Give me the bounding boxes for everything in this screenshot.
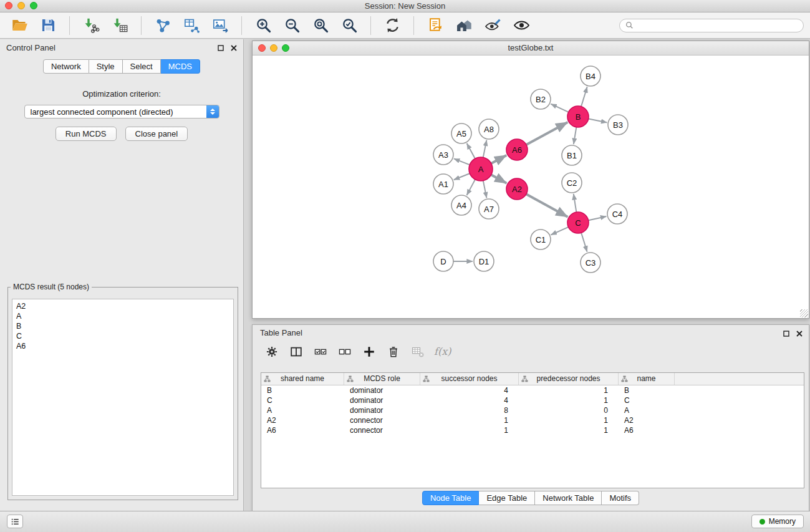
edge-A6-B[interactable]	[526, 122, 567, 145]
zoom-window-button[interactable]	[30, 2, 37, 9]
delete-column-button[interactable]	[385, 344, 402, 359]
home-view-button[interactable]	[451, 15, 477, 36]
column-layout-button[interactable]	[288, 344, 304, 359]
zoom-fit-button[interactable]	[307, 15, 334, 36]
node-D1[interactable]: D1	[474, 251, 494, 271]
edge-A-A1[interactable]	[454, 173, 471, 180]
network-close-button[interactable]	[258, 44, 266, 52]
tab-edge-table[interactable]: Edge Table	[479, 491, 535, 505]
edge-A-A6[interactable]	[491, 155, 506, 164]
edge-B-B2[interactable]	[551, 104, 569, 113]
close-table-panel-icon[interactable]	[796, 331, 803, 337]
select-all-rows-button[interactable]	[312, 344, 329, 359]
node-B4[interactable]: B4	[581, 66, 600, 86]
mcds-result-item[interactable]: C	[16, 331, 229, 341]
edge-B-B3[interactable]	[588, 118, 607, 122]
criterion-dropdown[interactable]: largest connected component (directed)	[24, 105, 219, 118]
function-builder-button[interactable]: f(x)	[434, 344, 451, 359]
table-row[interactable]: Adominator80A	[261, 405, 804, 415]
minimize-window-button[interactable]	[17, 2, 25, 9]
network-zoom-button[interactable]	[282, 44, 289, 52]
node-A7[interactable]: A7	[479, 199, 499, 219]
table-row[interactable]: Bdominator41B	[261, 385, 804, 395]
node-B1[interactable]: B1	[562, 145, 582, 165]
edge-A-A5[interactable]	[467, 143, 476, 159]
node-C1[interactable]: C1	[531, 230, 551, 249]
deselect-all-rows-button[interactable]	[337, 344, 353, 359]
edge-C-C3[interactable]	[581, 232, 587, 252]
table-row[interactable]: A6connector11A6	[261, 425, 804, 435]
node-C2[interactable]: C2	[562, 173, 582, 193]
close-panel-icon[interactable]	[231, 45, 237, 51]
edge-A-A4[interactable]	[467, 179, 476, 195]
mcds-result-item[interactable]: A2	[16, 301, 229, 311]
node-B3[interactable]: B3	[608, 115, 628, 135]
node-A8[interactable]: A8	[479, 119, 499, 139]
column-header-predecessor-nodes[interactable]: predecessor nodes	[519, 373, 619, 385]
edge-A-A2[interactable]	[491, 175, 507, 183]
tab-network-table[interactable]: Network Table	[535, 491, 602, 505]
edge-A-A3[interactable]	[454, 158, 470, 165]
node-B[interactable]: B	[567, 106, 589, 127]
task-history-button[interactable]	[7, 515, 23, 528]
session-document-button[interactable]	[422, 15, 448, 36]
node-C3[interactable]: C3	[581, 253, 600, 273]
node-B2[interactable]: B2	[531, 89, 551, 109]
tab-node-table[interactable]: Node Table	[422, 491, 480, 505]
zoom-out-button[interactable]	[279, 15, 305, 36]
edge-C-C2[interactable]	[574, 194, 577, 213]
memory-button[interactable]: Memory	[751, 515, 804, 528]
edge-C-C1[interactable]	[551, 227, 569, 235]
mcds-result-item[interactable]: A6	[16, 341, 229, 351]
node-D[interactable]: D	[433, 251, 453, 271]
zoom-selected-button[interactable]	[336, 15, 362, 36]
table-row[interactable]: Cdominator41C	[261, 395, 804, 405]
node-A6[interactable]: A6	[506, 139, 528, 160]
edge-B-B4[interactable]	[581, 87, 587, 107]
tab-network[interactable]: Network	[43, 59, 89, 74]
network-minimize-button[interactable]	[270, 44, 277, 52]
mcds-result-item[interactable]: B	[16, 321, 229, 331]
node-C[interactable]: C	[567, 212, 589, 233]
network-canvas[interactable]: AA6A2BCA5A8A3A1A4A7B2B4B3B1C2C4C1C3DD1	[253, 56, 809, 319]
open-session-button[interactable]	[6, 15, 32, 36]
node-A4[interactable]: A4	[451, 195, 471, 215]
column-header-successor-nodes[interactable]: successor nodes	[420, 373, 519, 385]
node-A[interactable]: A	[469, 157, 493, 181]
column-header-shared-name[interactable]: shared name	[261, 373, 344, 385]
run-mcds-button[interactable]: Run MCDS	[55, 127, 117, 141]
edge-A-A7[interactable]	[483, 180, 487, 198]
mcds-result-item[interactable]: A	[16, 311, 229, 321]
resize-handle[interactable]	[800, 309, 808, 317]
mcds-result-list[interactable]: A2ABCA6	[12, 299, 234, 496]
style-preview-button[interactable]	[480, 15, 506, 36]
table-settings-button[interactable]	[264, 344, 280, 359]
search-box[interactable]	[619, 19, 804, 32]
search-input[interactable]	[637, 21, 798, 31]
import-network-button[interactable]	[78, 15, 104, 36]
new-network-table-button[interactable]	[178, 15, 205, 36]
node-A3[interactable]: A3	[433, 145, 453, 165]
import-table-button[interactable]	[107, 15, 133, 36]
table-row[interactable]: A2connector11A2	[261, 415, 804, 425]
close-window-button[interactable]	[5, 2, 12, 9]
delete-table-button[interactable]	[410, 344, 426, 359]
tab-select[interactable]: Select	[123, 59, 161, 74]
column-header-name[interactable]: name	[619, 373, 675, 385]
new-network-button[interactable]	[150, 15, 176, 36]
float-table-panel-icon[interactable]	[783, 331, 789, 337]
column-header-mcds-role[interactable]: MCDS role	[344, 373, 420, 385]
close-panel-button[interactable]: Close panel	[125, 127, 188, 141]
node-A5[interactable]: A5	[451, 123, 471, 143]
node-C4[interactable]: C4	[607, 204, 627, 224]
edge-B-B1[interactable]	[574, 127, 577, 144]
node-A1[interactable]: A1	[433, 174, 453, 194]
tab-motifs[interactable]: Motifs	[602, 491, 639, 505]
tab-mcds[interactable]: MCDS	[161, 59, 200, 74]
float-panel-icon[interactable]	[218, 45, 224, 51]
edge-A2-C[interactable]	[526, 194, 567, 217]
show-hide-graphics-button[interactable]	[508, 15, 534, 36]
node-A2[interactable]: A2	[506, 178, 528, 200]
add-column-button[interactable]	[361, 344, 377, 359]
zoom-in-button[interactable]	[250, 15, 276, 36]
